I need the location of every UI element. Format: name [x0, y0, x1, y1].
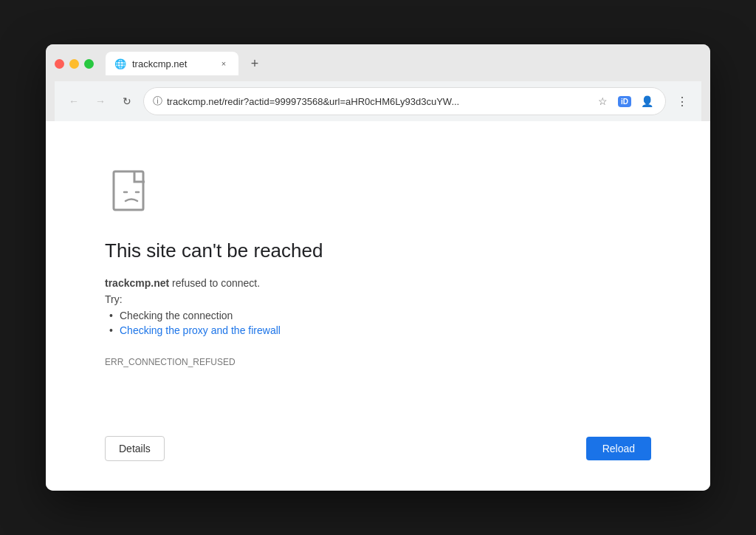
svg-rect-0 [114, 171, 143, 210]
bookmark-button[interactable]: ☆ [593, 92, 612, 111]
reload-icon: ↻ [123, 95, 131, 107]
page-footer: Details Reload [105, 421, 651, 461]
close-button[interactable] [55, 59, 64, 69]
extension-icon: iD [618, 96, 631, 107]
url-actions: ☆ iD 👤 [593, 92, 656, 111]
minimize-button[interactable] [69, 59, 79, 69]
title-bar: 🌐 trackcmp.net × + ← → ↻ ⓘ trackcmp.net/ [46, 44, 710, 121]
tab-favicon-icon: 🌐 [114, 58, 126, 69]
window-controls [55, 59, 94, 69]
proxy-firewall-link[interactable]: Checking the proxy and the firewall [120, 324, 281, 336]
suggestions-list: Checking the connection Checking the pro… [105, 310, 651, 339]
menu-icon: ⋮ [676, 95, 688, 109]
error-icon [105, 166, 158, 219]
suggestion-2[interactable]: Checking the proxy and the firewall [120, 324, 651, 336]
url-text: trackcmp.net/redir?actid=999973568&url=a… [167, 96, 588, 107]
menu-button[interactable]: ⋮ [672, 91, 693, 112]
maximize-button[interactable] [84, 59, 94, 69]
error-domain: trackcmp.net refused to connect. [105, 277, 651, 289]
bookmark-icon: ☆ [598, 95, 608, 107]
tab-title: trackcmp.net [132, 58, 212, 69]
page-content: This site can't be reached trackcmp.net … [46, 121, 710, 491]
error-domain-suffix: refused to connect. [169, 277, 260, 289]
reload-nav-button[interactable]: ↻ [117, 91, 137, 112]
details-button[interactable]: Details [105, 436, 165, 461]
error-title: This site can't be reached [105, 239, 651, 262]
suggestion-1: Checking the connection [120, 310, 651, 321]
back-icon: ← [69, 95, 79, 107]
back-button[interactable]: ← [63, 91, 84, 112]
security-icon: ⓘ [153, 95, 162, 108]
profile-button[interactable]: 👤 [637, 92, 656, 111]
try-label: Try: [105, 293, 651, 305]
extension-button[interactable]: iD [615, 92, 634, 111]
reload-button[interactable]: Reload [586, 437, 651, 460]
new-tab-icon: + [251, 56, 259, 72]
browser-window: 🌐 trackcmp.net × + ← → ↻ ⓘ trackcmp.net/ [46, 44, 710, 491]
tab-close-button[interactable]: × [218, 58, 230, 69]
active-tab[interactable]: 🌐 trackcmp.net × [106, 52, 238, 75]
address-bar: ← → ↻ ⓘ trackcmp.net/redir?actid=9999735… [55, 81, 701, 121]
url-bar[interactable]: ⓘ trackcmp.net/redir?actid=999973568&url… [143, 87, 666, 115]
error-domain-bold: trackcmp.net [105, 277, 169, 289]
forward-button[interactable]: → [90, 91, 111, 112]
error-code: ERR_CONNECTION_REFUSED [105, 357, 651, 367]
new-tab-button[interactable]: + [244, 53, 265, 74]
profile-icon: 👤 [641, 95, 653, 107]
forward-icon: → [95, 95, 106, 107]
tab-row: 🌐 trackcmp.net × + [55, 52, 701, 75]
